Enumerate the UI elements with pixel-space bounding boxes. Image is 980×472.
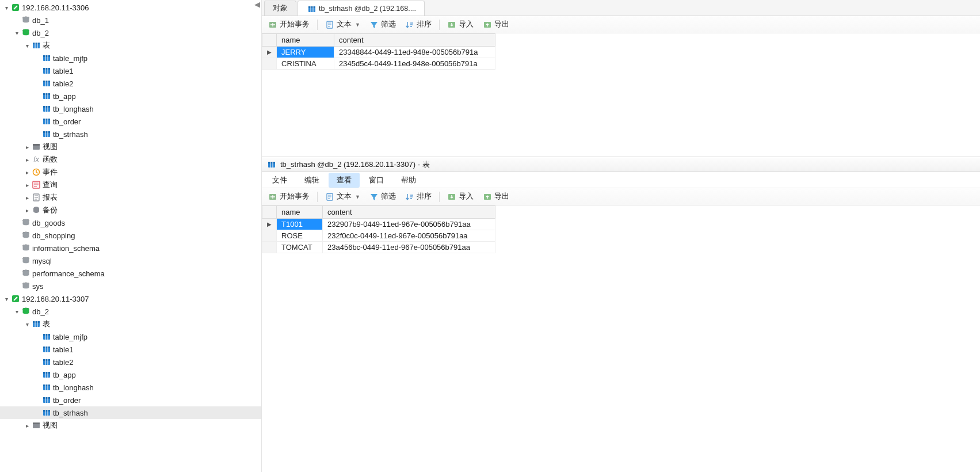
cell[interactable]: 232f0c0c-0449-11ed-967e-005056b791aa (323, 230, 495, 242)
tree-tables-folder[interactable]: ▾ 表 (0, 318, 261, 330)
bottom-pane: tb_strhash @db_2 (192.168.20.11-3307) - … (262, 157, 980, 472)
chevron-down-icon[interactable]: ▾ (23, 321, 31, 328)
tree-views-folder[interactable]: ▸视图 (0, 140, 261, 153)
tree-reports-folder[interactable]: ▸报表 (0, 191, 261, 204)
menu-edit[interactable]: 编辑 (296, 173, 327, 188)
tree-db-sys[interactable]: sys (0, 280, 261, 292)
table-row[interactable]: CRISTINA2345d5c4-0449-11ed-948e-005056b7… (262, 58, 495, 70)
chevron-down-icon[interactable]: ▾ (2, 5, 10, 11)
sort-button[interactable]: 排序 (401, 18, 436, 32)
tree-db-db2[interactable]: ▾ db_2 (0, 26, 261, 39)
sidebar-collapse-icon[interactable]: ◀ (253, 0, 261, 8)
tree-table-item[interactable]: tb_app (0, 90, 261, 102)
tree-queries-folder[interactable]: ▸查询 (0, 178, 261, 191)
tree-table-item[interactable]: table_mjfp (0, 330, 261, 343)
query-icon (31, 180, 41, 189)
tree-table-item[interactable]: table_mjfp (0, 52, 261, 64)
tree-table-item[interactable]: table2 (0, 77, 261, 90)
begin-tx-button[interactable]: 开始事务 (264, 18, 314, 32)
chevron-right-icon[interactable]: ▸ (23, 195, 31, 201)
tree-table-item[interactable]: table2 (0, 356, 261, 368)
tree-table-item[interactable]: table1 (0, 64, 261, 77)
tree-db-db1[interactable]: db_1 (0, 14, 261, 26)
table-icon (41, 79, 52, 88)
table-row[interactable]: ▶T1001232907b9-0449-11ed-967e-005056b791… (262, 219, 495, 230)
table-row[interactable]: ▶JERRY23348844-0449-11ed-948e-005056b791… (262, 47, 495, 58)
import-button[interactable]: 导入 (443, 18, 478, 32)
chevron-right-icon[interactable]: ▸ (23, 207, 31, 214)
table-row[interactable]: TOMCAT23a456bc-0449-11ed-967e-005056b791… (262, 242, 495, 253)
chevron-right-icon[interactable]: ▸ (23, 422, 31, 429)
tree-table-item-selected[interactable]: tb_strhash (0, 406, 261, 419)
menu-file[interactable]: 文件 (264, 173, 295, 188)
separator (317, 20, 318, 30)
cell[interactable]: 232907b9-0449-11ed-967e-005056b791aa (323, 219, 495, 230)
menu-view[interactable]: 查看 (329, 173, 360, 188)
tree-label: 表 (41, 40, 50, 51)
menu-window[interactable]: 窗口 (361, 173, 392, 188)
table-icon (306, 5, 317, 13)
cell[interactable]: JERRY (277, 47, 334, 58)
table-row[interactable]: ROSE232f0c0c-0449-11ed-967e-005056b791aa (262, 230, 495, 242)
cell[interactable]: CRISTINA (277, 58, 334, 70)
tab-objects[interactable]: 对象 (264, 1, 296, 16)
tree-table-item[interactable]: tb_order (0, 115, 261, 128)
cell[interactable]: TOMCAT (277, 242, 323, 253)
table-icon (41, 54, 52, 63)
chevron-down-icon[interactable]: ▾ (13, 30, 21, 36)
menu-help[interactable]: 帮助 (393, 173, 424, 188)
table-icon (41, 357, 52, 367)
tree-backup-folder[interactable]: ▸备份 (0, 204, 261, 216)
tree-db-db2-conn2[interactable]: ▾ db_2 (0, 305, 261, 318)
tree-views-folder[interactable]: ▸视图 (0, 419, 261, 432)
tree-connection-3306[interactable]: ▾ 192.168.20.11-3306 (0, 1, 261, 14)
table-icon (41, 117, 52, 126)
tab-table-active[interactable]: tb_strhash @db_2 (192.168.... (298, 1, 425, 16)
export-button[interactable]: 导出 (479, 190, 513, 204)
bottom-grid[interactable]: name content ▶T1001232907b9-0449-11ed-96… (262, 205, 980, 472)
cell[interactable]: 2345d5c4-0449-11ed-948e-005056b791a (334, 58, 495, 70)
chevron-right-icon[interactable]: ▸ (23, 157, 31, 163)
column-header[interactable]: content (334, 34, 495, 47)
cell[interactable]: 23348844-0449-11ed-948e-005056b791a (334, 47, 495, 58)
tree-db-goods[interactable]: db_goods (0, 216, 261, 229)
tree-functions-folder[interactable]: ▸fx函数 (0, 153, 261, 166)
tree-db-perf[interactable]: performance_schema (0, 267, 261, 280)
filter-button[interactable]: 筛选 (365, 190, 400, 204)
cell[interactable]: ROSE (277, 230, 323, 242)
column-header[interactable]: name (277, 206, 323, 219)
cell[interactable]: 23a456bc-0449-11ed-967e-005056b791aa (323, 242, 495, 253)
export-button[interactable]: 导出 (479, 18, 513, 32)
chevron-down-icon[interactable]: ▾ (2, 296, 10, 302)
chevron-down-icon[interactable]: ▾ (13, 309, 21, 315)
sort-button[interactable]: 排序 (401, 190, 436, 204)
tree-table-item[interactable]: tb_strhash (0, 128, 261, 140)
text-button[interactable]: 文本▼ (321, 190, 364, 204)
tree-tables-folder[interactable]: ▾ 表 (0, 39, 261, 52)
filter-button[interactable]: 筛选 (365, 18, 400, 32)
tree-table-item[interactable]: tb_app (0, 368, 261, 381)
top-grid[interactable]: name content ▶JERRY23348844-0449-11ed-94… (262, 33, 980, 157)
import-button[interactable]: 导入 (443, 190, 478, 204)
tree-table-item[interactable]: tb_longhash (0, 102, 261, 115)
chevron-right-icon[interactable]: ▸ (23, 182, 31, 188)
sidebar-tree[interactable]: ◀ ▾ 192.168.20.11-3306 db_1 ▾ db_2 (0, 0, 262, 472)
tree-db-infoschema[interactable]: information_schema (0, 242, 261, 254)
text-button[interactable]: 文本▼ (321, 18, 364, 32)
tree-table-item[interactable]: tb_order (0, 394, 261, 406)
database-icon (21, 16, 31, 25)
column-header[interactable]: name (277, 34, 334, 47)
tree-connection-3307[interactable]: ▾ 192.168.20.11-3307 (0, 292, 261, 305)
begin-tx-button[interactable]: 开始事务 (264, 190, 314, 204)
tree-db-mysql[interactable]: mysql (0, 254, 261, 267)
tree-events-folder[interactable]: ▸事件 (0, 166, 261, 178)
chevron-right-icon[interactable]: ▸ (23, 144, 31, 150)
chevron-down-icon[interactable]: ▾ (23, 43, 31, 49)
column-header[interactable]: content (323, 206, 495, 219)
tree-db-shopping[interactable]: db_shopping (0, 229, 261, 242)
chevron-right-icon[interactable]: ▸ (23, 169, 31, 176)
tree-table-item[interactable]: table1 (0, 343, 261, 356)
database-icon (21, 269, 31, 278)
tree-table-item[interactable]: tb_longhash (0, 381, 261, 394)
cell[interactable]: T1001 (277, 219, 323, 230)
